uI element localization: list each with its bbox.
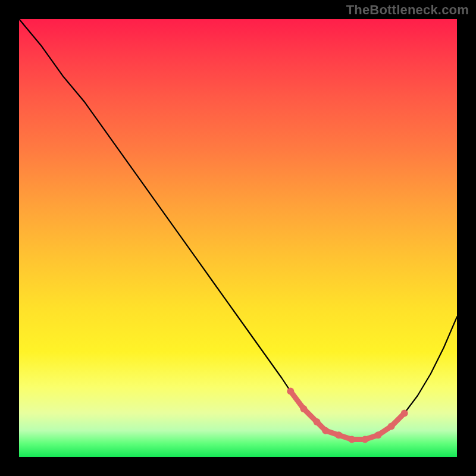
- highlight-dot: [300, 405, 307, 412]
- plot-area: [19, 19, 457, 457]
- highlight-dot: [348, 436, 355, 443]
- highlight-dot: [375, 431, 382, 439]
- chart-frame: TheBottleneck.com: [0, 0, 476, 476]
- highlight-dot: [314, 418, 321, 425]
- highlight-dot: [322, 427, 329, 434]
- chart-svg: [19, 19, 457, 457]
- highlight-dots: [287, 388, 408, 443]
- bottleneck-curve: [19, 19, 457, 440]
- highlight-dot: [388, 423, 395, 430]
- highlight-dot: [287, 388, 294, 395]
- watermark-text: TheBottleneck.com: [346, 2, 469, 18]
- highlight-dot: [361, 436, 368, 443]
- highlight-dot: [335, 431, 342, 439]
- highlight-dot: [401, 409, 408, 416]
- highlight-segment: [290, 392, 404, 440]
